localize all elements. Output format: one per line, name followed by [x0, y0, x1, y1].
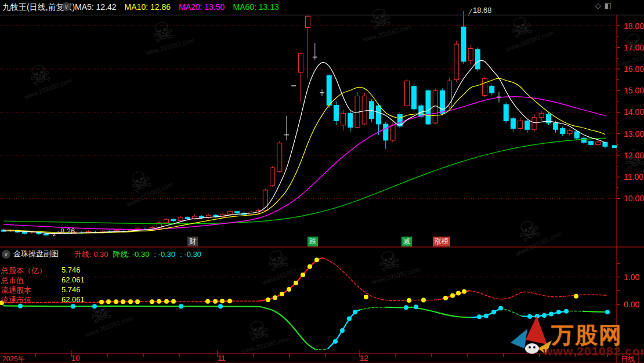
sub-indicator-title[interactable]: 金珠操盘副图 — [13, 249, 59, 258]
indicator-dot-yellow — [164, 299, 169, 304]
candle-body-down — [185, 217, 190, 219]
candle-body-up — [227, 212, 232, 214]
indicator-axis-label: 1.00 — [624, 273, 639, 282]
candle-body-up — [164, 219, 169, 223]
indicator-dot-yellow — [294, 281, 298, 285]
indicator-dot-cyan — [556, 310, 561, 314]
info-value: 62.061 — [61, 295, 85, 304]
candle-body-down — [171, 219, 176, 221]
candle-body-down — [525, 121, 530, 129]
quick-link-财[interactable]: 财 — [187, 237, 198, 246]
skull-watermark-icon: ☠www.201082.com — [363, 240, 421, 286]
candle-body-down — [581, 138, 586, 142]
candle-body-down — [560, 128, 565, 133]
watermark-url: www.201082.com — [543, 344, 644, 358]
price-axis-label: 13.00 — [624, 129, 644, 139]
sub-indicator-params: 升线: 0.30降线: -0.30: -0.30: -0.30 — [74, 249, 206, 260]
candle-body-down — [461, 27, 466, 61]
candle-body-down — [574, 132, 579, 138]
chevron-down-icon[interactable]: ∨ — [2, 250, 10, 259]
indicator-dot-cyan — [498, 306, 503, 311]
info-label: 总股本（亿） — [1, 266, 46, 276]
indicator-dot-yellow — [287, 287, 291, 292]
sub-indicator-param: : -0.30 — [180, 250, 201, 259]
indicator-dot-yellow — [407, 298, 411, 303]
indicator-dot-cyan — [347, 317, 352, 321]
sub-indicator-param: 降线: -0.30 — [113, 250, 150, 259]
indicator-dot-yellow — [99, 300, 104, 304]
indicator-dot-yellow — [273, 295, 277, 300]
candle-body-down — [490, 86, 494, 93]
ma20-line — [3, 97, 606, 230]
low-annotation-label: 8.26 — [60, 227, 75, 235]
ma-legend-item: MA10: 12.86 — [125, 2, 171, 12]
candle-body-down — [235, 212, 240, 213]
panel-toggle-icon[interactable]: ◧ — [605, 1, 615, 10]
candle-body-down — [426, 90, 430, 124]
skull-watermark-icon: ☠www.201082.com — [354, 0, 413, 43]
price-axis-label: 17.00 — [624, 43, 644, 52]
indicator-dot-cyan — [605, 310, 610, 314]
candle-body-up — [404, 81, 409, 106]
candle-body-up — [454, 44, 459, 79]
indicator-dot-yellow — [456, 291, 461, 296]
chevron-down-icon[interactable]: ∨ — [62, 2, 71, 11]
window-icons: ◇◧ — [595, 1, 615, 10]
info-label: 流通市值 — [1, 295, 31, 306]
quick-link-减[interactable]: 减 — [401, 237, 412, 246]
diamond-icon[interactable]: ◇ — [595, 1, 605, 10]
candle-body-down — [327, 75, 331, 105]
candle-body-down — [589, 141, 594, 145]
indicator-dot-yellow — [220, 299, 225, 303]
indicator-dot-cyan — [71, 304, 75, 308]
ma5-line — [3, 60, 605, 233]
month-label: 12 — [360, 354, 368, 362]
indicator-dot-yellow — [314, 257, 319, 262]
candle-body-up — [468, 49, 473, 60]
indicator-dot-yellow — [227, 299, 232, 303]
indicator-dot-cyan — [549, 312, 553, 317]
candle-body-down — [475, 49, 480, 69]
ma-legend-item: MA20: 13.50 — [179, 2, 225, 12]
candle-body-up — [341, 113, 346, 125]
candle-body-up — [178, 217, 183, 221]
candle-body-up — [270, 168, 275, 186]
indicator-dot-yellow — [106, 299, 111, 304]
candle-body-down — [348, 113, 353, 127]
candle-body-up — [390, 125, 395, 140]
skull-watermark-icon: ☠www.201082.com — [502, 206, 563, 258]
indicator-dot-yellow — [266, 297, 270, 302]
indicator-line-segment — [583, 311, 607, 312]
high-annotation-label: 18.68 — [473, 6, 492, 14]
price-axis-label: 14.00 — [624, 107, 644, 117]
candle-body-down — [200, 216, 204, 218]
month-label: 10 — [71, 354, 79, 362]
quick-link-涨榜[interactable]: 涨榜 — [433, 237, 450, 246]
indicator-dot-yellow — [574, 294, 578, 299]
indicator-dot-yellow — [280, 292, 284, 296]
candle-body-down — [553, 123, 558, 129]
indicator-line-segment — [360, 307, 386, 310]
indicator-line-segment — [469, 291, 607, 299]
indicator-dot-yellow — [421, 297, 426, 302]
candle-body-down — [504, 104, 508, 121]
skull-watermark-icon: ☠www.201082.com — [495, 4, 554, 53]
quick-link-跌[interactable]: 跌 — [307, 237, 318, 246]
ma-legend: MA5: 12.42MA10: 12.86MA20: 13.50MA60: 13… — [75, 2, 287, 12]
candle-body-up — [298, 53, 303, 72]
candle-body-down — [377, 106, 381, 124]
candle-body-down — [546, 114, 551, 123]
indicator-dot-yellow — [462, 289, 466, 294]
indicator-dot-cyan — [477, 314, 482, 319]
last-price-marker — [612, 145, 617, 148]
indicator-dot-cyan — [484, 314, 489, 318]
indicator-dot-cyan — [92, 304, 97, 308]
info-label: 总市值 — [1, 275, 24, 286]
indicator-dot-yellow — [128, 299, 133, 304]
indicator-dot-cyan — [414, 304, 418, 309]
indicator-dot-yellow — [205, 299, 210, 304]
indicator-dot-yellow — [150, 299, 154, 304]
price-axis-label: 15.00 — [624, 86, 644, 95]
ma-legend-item: MA60: 13.13 — [233, 2, 278, 12]
candle-body-up — [447, 81, 452, 107]
